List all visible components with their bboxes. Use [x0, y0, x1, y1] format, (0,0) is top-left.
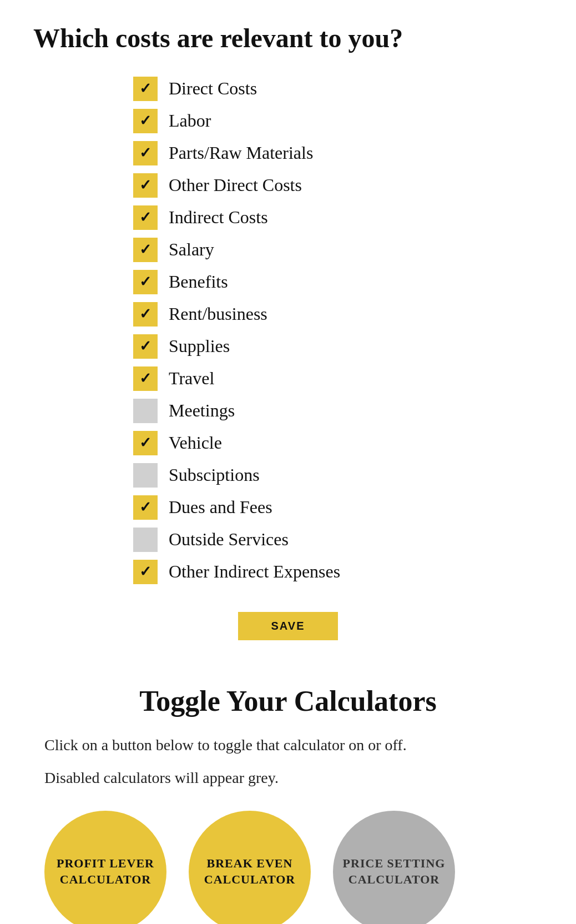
checklist-item[interactable]: ✓Travel — [133, 366, 543, 391]
checklist-item[interactable]: ✓Direct Costs — [133, 77, 543, 101]
checkbox-icon[interactable]: ✓ — [133, 270, 158, 294]
checkbox-icon[interactable]: ✓ — [133, 366, 158, 391]
save-button[interactable]: SAVE — [238, 612, 338, 640]
checklist-label: Travel — [169, 368, 214, 389]
checklist-item[interactable]: ✓Salary — [133, 238, 543, 262]
break-even-calculator-button[interactable]: BREAK EVEN CALCULATOR — [189, 811, 311, 924]
profit-lever-calculator-button[interactable]: PROFIT LEVER CALCULATOR — [44, 811, 166, 924]
checkbox-icon[interactable] — [133, 528, 158, 552]
checkbox-icon[interactable]: ✓ — [133, 560, 158, 584]
checkbox-icon[interactable] — [133, 399, 158, 423]
price-setting-calculator-button[interactable]: PRICE SETTING CALCULATOR — [333, 811, 455, 924]
checklist-label: Meetings — [169, 400, 235, 421]
checklist-label: Subsciptions — [169, 465, 260, 485]
checklist-label: Other Indirect Expenses — [169, 561, 340, 582]
checklist-label: Supplies — [169, 336, 230, 356]
checklist-label: Indirect Costs — [169, 207, 268, 228]
checklist-item[interactable]: ✓Labor — [133, 109, 543, 133]
checkbox-icon[interactable]: ✓ — [133, 205, 158, 230]
checklist-label: Parts/Raw Materials — [169, 143, 313, 163]
checklist-item[interactable]: ✓Vehicle — [133, 431, 543, 455]
checklist-label: Dues and Fees — [169, 497, 272, 518]
toggle-desc-2: Disabled calculators will appear grey. — [33, 767, 543, 789]
checklist-item[interactable]: ✓Dues and Fees — [133, 495, 543, 520]
checklist-label: Vehicle — [169, 433, 222, 453]
checklist-item[interactable]: ✓Indirect Costs — [133, 205, 543, 230]
checklist-item[interactable]: Outside Services — [133, 528, 543, 552]
toggle-section-title: Toggle Your Calculators — [33, 685, 543, 717]
checkbox-icon[interactable] — [133, 463, 158, 488]
checkbox-icon[interactable]: ✓ — [133, 302, 158, 327]
checklist-label: Labor — [169, 111, 211, 131]
checkbox-icon[interactable]: ✓ — [133, 495, 158, 520]
checkbox-icon[interactable]: ✓ — [133, 334, 158, 359]
checklist-item[interactable]: Subsciptions — [133, 463, 543, 488]
checklist: ✓Direct Costs✓Labor✓Parts/Raw Materials✓… — [133, 77, 543, 584]
checklist-label: Other Direct Costs — [169, 175, 302, 195]
checklist-item[interactable]: Meetings — [133, 399, 543, 423]
checklist-label: Salary — [169, 239, 214, 260]
checkbox-icon[interactable]: ✓ — [133, 109, 158, 133]
checklist-label: Outside Services — [169, 529, 289, 550]
checkbox-icon[interactable]: ✓ — [133, 77, 158, 101]
checklist-item[interactable]: ✓Parts/Raw Materials — [133, 141, 543, 165]
checklist-label: Rent/business — [169, 304, 267, 324]
calculators-row: PROFIT LEVER CALCULATORBREAK EVEN CALCUL… — [33, 811, 543, 924]
checkbox-icon[interactable]: ✓ — [133, 173, 158, 198]
checkbox-icon[interactable]: ✓ — [133, 238, 158, 262]
checklist-item[interactable]: ✓Rent/business — [133, 302, 543, 327]
checklist-label: Direct Costs — [169, 78, 257, 99]
checkbox-icon[interactable]: ✓ — [133, 141, 158, 165]
checklist-item[interactable]: ✓Supplies — [133, 334, 543, 359]
checklist-item[interactable]: ✓Other Direct Costs — [133, 173, 543, 198]
checklist-item[interactable]: ✓Other Indirect Expenses — [133, 560, 543, 584]
checklist-label: Benefits — [169, 272, 228, 292]
checkbox-icon[interactable]: ✓ — [133, 431, 158, 455]
page-title: Which costs are relevant to you? — [33, 22, 543, 54]
toggle-desc-1: Click on a button below to toggle that c… — [33, 734, 543, 756]
checklist-item[interactable]: ✓Benefits — [133, 270, 543, 294]
